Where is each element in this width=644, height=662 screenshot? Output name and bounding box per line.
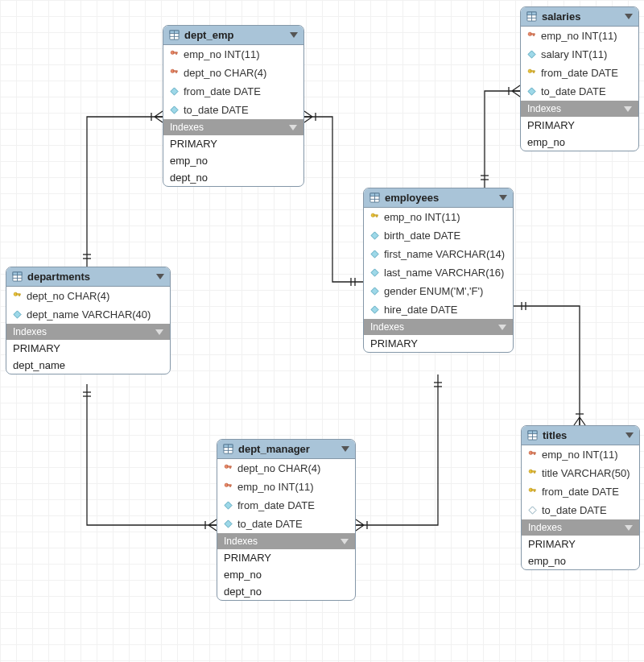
collapse-icon[interactable] — [289, 125, 297, 130]
column-text: last_name VARCHAR(16) — [384, 267, 504, 279]
indexes-header[interactable]: Indexes — [522, 519, 639, 536]
indexes-header[interactable]: Indexes — [6, 324, 170, 340]
index-row: PRIMARY — [217, 549, 355, 566]
column-row: to_date DATE — [217, 515, 355, 533]
svg-rect-50 — [535, 453, 535, 455]
column-diamond-hollow-icon — [528, 506, 537, 515]
column-row: first_name VARCHAR(14) — [364, 245, 513, 263]
column-text: dept_name VARCHAR(40) — [27, 308, 151, 321]
collapse-icon[interactable] — [498, 325, 506, 330]
column-row: to_date DATE — [521, 82, 638, 101]
column-text: hire_date DATE — [384, 304, 458, 316]
foreign-key-icon — [170, 50, 179, 59]
entity-table-salaries[interactable]: salaries emp_no INT(11) salary INT(11) f… — [520, 6, 639, 151]
entity-title: dept_manager — [238, 443, 336, 455]
table-icon — [527, 430, 538, 441]
column-diamond-icon — [370, 268, 379, 277]
collapse-icon[interactable] — [341, 539, 349, 544]
column-text: to_date DATE — [541, 85, 606, 97]
entity-title-bar[interactable]: employees — [364, 188, 513, 208]
entity-title-bar[interactable]: dept_emp — [163, 26, 303, 45]
column-list: emp_no INT(11) salary INT(11) from_date … — [521, 27, 638, 101]
column-text: dept_no CHAR(4) — [27, 290, 109, 302]
entity-title-bar[interactable]: departments — [6, 267, 170, 287]
collapse-icon[interactable] — [290, 32, 298, 38]
column-text: to_date DATE — [184, 104, 249, 116]
index-row: PRIMARY — [364, 335, 513, 352]
column-text: birth_date DATE — [384, 230, 460, 242]
svg-rect-43 — [230, 486, 231, 487]
index-row: dept_no — [163, 169, 303, 186]
column-text: emp_no INT(11) — [237, 481, 314, 493]
index-row: dept_no — [217, 583, 355, 600]
svg-rect-26 — [377, 216, 378, 217]
column-row: gender ENUM('M','F') — [364, 282, 513, 300]
svg-rect-53 — [535, 472, 535, 474]
foreign-key-icon — [224, 482, 233, 491]
column-list: emp_no INT(11) birth_date DATE first_nam… — [364, 208, 513, 319]
column-diamond-icon — [527, 50, 536, 59]
entity-title-bar[interactable]: titles — [522, 426, 639, 445]
table-icon — [526, 11, 537, 22]
column-row: dept_no CHAR(4) — [6, 287, 170, 305]
collapse-icon[interactable] — [625, 14, 633, 19]
column-row: emp_no INT(11) — [522, 445, 639, 464]
column-text: from_date DATE — [184, 85, 261, 97]
entity-title: employees — [385, 192, 494, 204]
column-row: from_date DATE — [522, 482, 639, 501]
primary-key-icon — [13, 292, 22, 300]
entity-title-bar[interactable]: dept_manager — [217, 440, 355, 459]
column-row: salary INT(11) — [521, 45, 638, 64]
table-icon — [369, 192, 380, 203]
entity-table-dept_emp[interactable]: dept_emp emp_no INT(11) dept_no CHAR(4) … — [163, 25, 304, 187]
foreign-key-icon — [528, 450, 537, 459]
column-text: emp_no INT(11) — [541, 30, 617, 42]
column-text: to_date DATE — [237, 518, 303, 530]
indexes-header[interactable]: Indexes — [364, 319, 513, 335]
column-text: first_name VARCHAR(14) — [384, 248, 505, 260]
column-row: birth_date DATE — [364, 226, 513, 245]
column-text: salary INT(11) — [541, 48, 607, 60]
primary-key-icon — [527, 68, 536, 77]
collapse-icon[interactable] — [625, 432, 634, 438]
table-icon — [169, 30, 180, 40]
entity-table-titles[interactable]: titles emp_no INT(11) title VARCHAR(50) … — [521, 425, 640, 570]
column-text: title VARCHAR(50) — [542, 467, 630, 479]
entity-table-employees[interactable]: employees emp_no INT(11) birth_date DATE… — [363, 188, 514, 353]
indexes-header[interactable]: Indexes — [521, 101, 638, 117]
column-row: to_date DATE — [522, 501, 639, 519]
collapse-icon[interactable] — [625, 525, 633, 531]
column-list: emp_no INT(11) dept_no CHAR(4) from_date… — [163, 45, 303, 119]
column-list: emp_no INT(11) title VARCHAR(50) from_da… — [522, 445, 639, 519]
entity-title-bar[interactable]: salaries — [521, 7, 638, 27]
column-diamond-icon — [370, 231, 379, 240]
column-text: emp_no INT(11) — [542, 449, 618, 461]
collapse-icon[interactable] — [155, 329, 163, 335]
indexes-header[interactable]: Indexes — [217, 533, 355, 549]
primary-key-icon — [370, 213, 379, 221]
collapse-icon[interactable] — [624, 106, 632, 112]
indexes-label: Indexes — [170, 122, 204, 133]
index-row: emp_no — [522, 552, 639, 569]
column-diamond-icon — [224, 501, 233, 510]
collapse-icon[interactable] — [156, 274, 164, 279]
collapse-icon[interactable] — [341, 446, 349, 452]
indexes-label: Indexes — [224, 536, 258, 547]
column-diamond-icon — [170, 87, 179, 96]
indexes-header[interactable]: Indexes — [163, 119, 303, 135]
collapse-icon[interactable] — [499, 195, 507, 201]
column-row: to_date DATE — [163, 101, 303, 119]
column-diamond-icon — [224, 519, 233, 528]
foreign-key-icon — [170, 68, 179, 77]
entity-title: salaries — [542, 10, 620, 23]
entity-table-departments[interactable]: departments dept_no CHAR(4) dept_name VA… — [6, 267, 171, 374]
column-diamond-icon — [370, 305, 379, 314]
column-row: emp_no INT(11) — [163, 45, 303, 64]
column-diamond-icon — [370, 287, 379, 296]
column-diamond-icon — [13, 310, 22, 319]
entity-table-dept_manager[interactable]: dept_manager dept_no CHAR(4) emp_no INT(… — [217, 439, 356, 601]
primary-key-icon — [528, 469, 537, 478]
foreign-key-icon — [224, 464, 233, 473]
indexes-label: Indexes — [527, 103, 561, 114]
column-row: dept_no CHAR(4) — [217, 459, 355, 478]
